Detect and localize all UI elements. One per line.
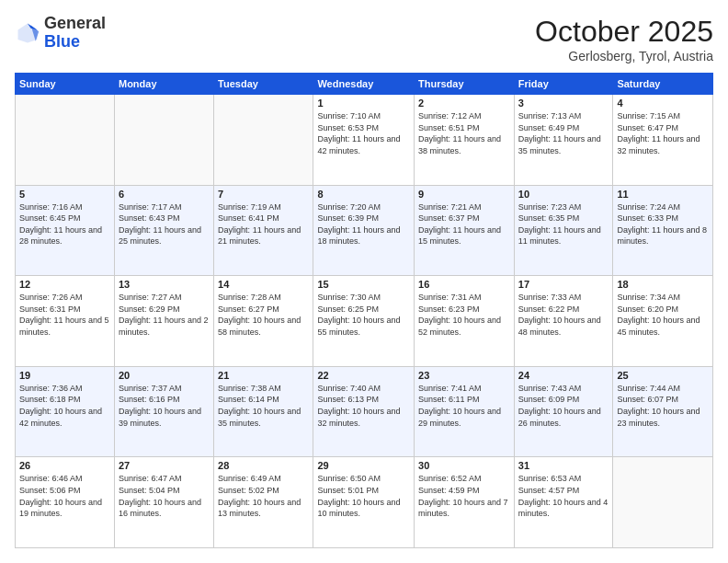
calendar-cell: 28Sunrise: 6:49 AM Sunset: 5:02 PM Dayli…	[214, 457, 313, 548]
day-header-friday: Friday	[514, 74, 613, 95]
calendar-cell	[16, 95, 115, 186]
day-number: 2	[418, 98, 510, 109]
day-header-sunday: Sunday	[16, 74, 115, 95]
calendar-cell: 16Sunrise: 7:31 AM Sunset: 6:23 PM Dayli…	[415, 276, 515, 367]
day-number: 5	[19, 189, 110, 200]
calendar-cell: 1Sunrise: 7:10 AM Sunset: 6:53 PM Daylig…	[313, 95, 415, 186]
day-number: 15	[317, 279, 410, 290]
day-info: Sunrise: 7:37 AM Sunset: 6:16 PM Dayligh…	[119, 383, 210, 429]
day-number: 1	[317, 98, 410, 109]
day-info: Sunrise: 7:16 AM Sunset: 6:45 PM Dayligh…	[19, 201, 110, 247]
day-number: 28	[218, 460, 309, 471]
calendar-cell: 6Sunrise: 7:17 AM Sunset: 6:43 PM Daylig…	[114, 185, 213, 276]
logo-blue: Blue	[44, 32, 80, 51]
day-number: 27	[119, 460, 210, 471]
day-number: 16	[418, 279, 510, 290]
day-number: 21	[218, 370, 309, 381]
day-info: Sunrise: 7:17 AM Sunset: 6:43 PM Dayligh…	[119, 201, 210, 247]
calendar-cell: 13Sunrise: 7:27 AM Sunset: 6:29 PM Dayli…	[114, 276, 213, 367]
day-info: Sunrise: 7:44 AM Sunset: 6:07 PM Dayligh…	[617, 383, 709, 429]
day-number: 12	[19, 279, 110, 290]
day-info: Sunrise: 7:40 AM Sunset: 6:13 PM Dayligh…	[317, 383, 410, 429]
calendar-cell	[214, 95, 313, 186]
day-number: 14	[218, 279, 309, 290]
title-section: October 2025 Gerlosberg, Tyrol, Austria	[535, 15, 713, 63]
calendar-cell: 17Sunrise: 7:33 AM Sunset: 6:22 PM Dayli…	[514, 276, 613, 367]
day-info: Sunrise: 7:36 AM Sunset: 6:18 PM Dayligh…	[19, 383, 110, 429]
month-title: October 2025	[535, 15, 713, 49]
day-info: Sunrise: 7:12 AM Sunset: 6:51 PM Dayligh…	[418, 110, 510, 156]
day-info: Sunrise: 7:10 AM Sunset: 6:53 PM Dayligh…	[317, 110, 410, 156]
day-number: 25	[617, 370, 709, 381]
day-number: 6	[119, 189, 210, 200]
calendar-week-row: 19Sunrise: 7:36 AM Sunset: 6:18 PM Dayli…	[16, 366, 713, 457]
calendar-cell: 20Sunrise: 7:37 AM Sunset: 6:16 PM Dayli…	[114, 366, 213, 457]
calendar-cell: 22Sunrise: 7:40 AM Sunset: 6:13 PM Dayli…	[313, 366, 415, 457]
calendar-cell: 25Sunrise: 7:44 AM Sunset: 6:07 PM Dayli…	[613, 366, 713, 457]
calendar-cell: 27Sunrise: 6:47 AM Sunset: 5:04 PM Dayli…	[114, 457, 213, 548]
calendar-cell: 7Sunrise: 7:19 AM Sunset: 6:41 PM Daylig…	[214, 185, 313, 276]
calendar-cell: 30Sunrise: 6:52 AM Sunset: 4:59 PM Dayli…	[415, 457, 515, 548]
calendar-cell: 4Sunrise: 7:15 AM Sunset: 6:47 PM Daylig…	[613, 95, 713, 186]
day-info: Sunrise: 6:50 AM Sunset: 5:01 PM Dayligh…	[317, 473, 410, 519]
day-number: 11	[617, 189, 709, 200]
calendar-cell: 3Sunrise: 7:13 AM Sunset: 6:49 PM Daylig…	[514, 95, 613, 186]
day-number: 17	[518, 279, 609, 290]
calendar-cell: 23Sunrise: 7:41 AM Sunset: 6:11 PM Dayli…	[415, 366, 515, 457]
day-info: Sunrise: 7:21 AM Sunset: 6:37 PM Dayligh…	[418, 201, 510, 247]
day-number: 8	[317, 189, 410, 200]
day-number: 30	[418, 460, 510, 471]
calendar-week-row: 12Sunrise: 7:26 AM Sunset: 6:31 PM Dayli…	[16, 276, 713, 367]
day-info: Sunrise: 6:53 AM Sunset: 4:57 PM Dayligh…	[518, 473, 609, 519]
calendar-cell: 18Sunrise: 7:34 AM Sunset: 6:20 PM Dayli…	[613, 276, 713, 367]
calendar-cell: 9Sunrise: 7:21 AM Sunset: 6:37 PM Daylig…	[415, 185, 515, 276]
calendar-cell: 5Sunrise: 7:16 AM Sunset: 6:45 PM Daylig…	[16, 185, 115, 276]
logo-icon	[15, 20, 40, 46]
day-info: Sunrise: 7:13 AM Sunset: 6:49 PM Dayligh…	[518, 110, 609, 156]
day-number: 10	[518, 189, 609, 200]
day-info: Sunrise: 7:34 AM Sunset: 6:20 PM Dayligh…	[617, 292, 709, 338]
calendar-week-row: 5Sunrise: 7:16 AM Sunset: 6:45 PM Daylig…	[16, 185, 713, 276]
day-number: 4	[617, 98, 709, 109]
day-number: 18	[617, 279, 709, 290]
day-info: Sunrise: 6:46 AM Sunset: 5:06 PM Dayligh…	[19, 473, 110, 519]
day-info: Sunrise: 7:24 AM Sunset: 6:33 PM Dayligh…	[617, 201, 709, 247]
day-info: Sunrise: 6:52 AM Sunset: 4:59 PM Dayligh…	[418, 473, 510, 519]
logo-general: General	[44, 14, 106, 32]
calendar-header-row: SundayMondayTuesdayWednesdayThursdayFrid…	[16, 74, 713, 95]
day-number: 9	[418, 189, 510, 200]
calendar-cell: 29Sunrise: 6:50 AM Sunset: 5:01 PM Dayli…	[313, 457, 415, 548]
day-info: Sunrise: 6:47 AM Sunset: 5:04 PM Dayligh…	[119, 473, 210, 519]
calendar-cell: 19Sunrise: 7:36 AM Sunset: 6:18 PM Dayli…	[16, 366, 115, 457]
location: Gerlosberg, Tyrol, Austria	[535, 49, 713, 63]
day-header-saturday: Saturday	[613, 74, 713, 95]
day-info: Sunrise: 7:28 AM Sunset: 6:27 PM Dayligh…	[218, 292, 309, 338]
day-number: 22	[317, 370, 410, 381]
calendar-cell: 8Sunrise: 7:20 AM Sunset: 6:39 PM Daylig…	[313, 185, 415, 276]
day-info: Sunrise: 7:43 AM Sunset: 6:09 PM Dayligh…	[518, 383, 609, 429]
logo-text: General Blue	[44, 15, 106, 52]
calendar-cell: 24Sunrise: 7:43 AM Sunset: 6:09 PM Dayli…	[514, 366, 613, 457]
page: General Blue October 2025 Gerlosberg, Ty…	[0, 0, 728, 563]
calendar-cell: 11Sunrise: 7:24 AM Sunset: 6:33 PM Dayli…	[613, 185, 713, 276]
day-info: Sunrise: 7:23 AM Sunset: 6:35 PM Dayligh…	[518, 201, 609, 247]
day-info: Sunrise: 7:15 AM Sunset: 6:47 PM Dayligh…	[617, 110, 709, 156]
day-info: Sunrise: 7:41 AM Sunset: 6:11 PM Dayligh…	[418, 383, 510, 429]
day-number: 13	[119, 279, 210, 290]
calendar-cell	[114, 95, 213, 186]
day-number: 29	[317, 460, 410, 471]
day-header-monday: Monday	[114, 74, 213, 95]
day-info: Sunrise: 6:49 AM Sunset: 5:02 PM Dayligh…	[218, 473, 309, 519]
calendar-cell: 12Sunrise: 7:26 AM Sunset: 6:31 PM Dayli…	[16, 276, 115, 367]
day-header-wednesday: Wednesday	[313, 74, 415, 95]
day-info: Sunrise: 7:27 AM Sunset: 6:29 PM Dayligh…	[119, 292, 210, 338]
day-info: Sunrise: 7:26 AM Sunset: 6:31 PM Dayligh…	[19, 292, 110, 338]
calendar-cell: 15Sunrise: 7:30 AM Sunset: 6:25 PM Dayli…	[313, 276, 415, 367]
calendar-week-row: 26Sunrise: 6:46 AM Sunset: 5:06 PM Dayli…	[16, 457, 713, 548]
day-number: 24	[518, 370, 609, 381]
day-header-thursday: Thursday	[415, 74, 515, 95]
day-header-tuesday: Tuesday	[214, 74, 313, 95]
day-info: Sunrise: 7:38 AM Sunset: 6:14 PM Dayligh…	[218, 383, 309, 429]
day-info: Sunrise: 7:20 AM Sunset: 6:39 PM Dayligh…	[317, 201, 410, 247]
day-number: 7	[218, 189, 309, 200]
